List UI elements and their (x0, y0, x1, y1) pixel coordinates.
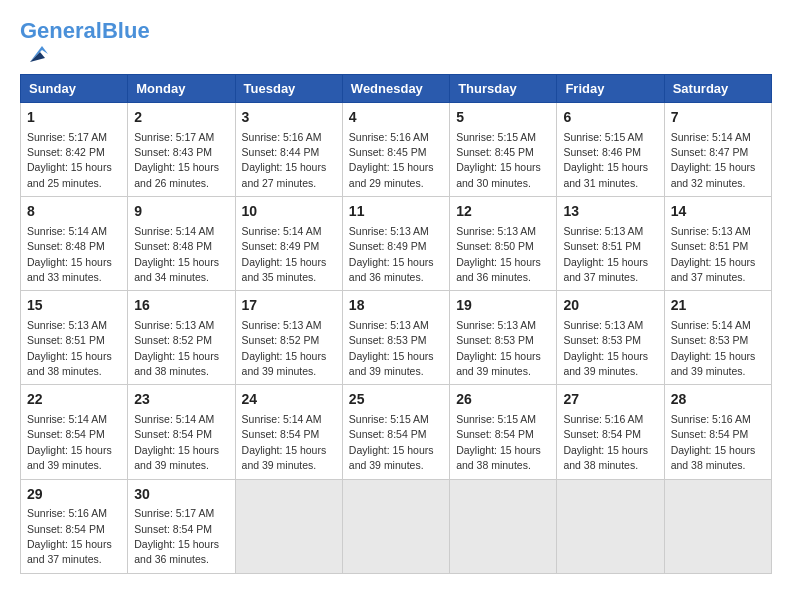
cell-info: Sunrise: 5:16 AMSunset: 8:54 PMDaylight:… (563, 413, 648, 471)
calendar-cell: 16Sunrise: 5:13 AMSunset: 8:52 PMDayligh… (128, 291, 235, 385)
cell-info: Sunrise: 5:13 AMSunset: 8:53 PMDaylight:… (563, 319, 648, 377)
calendar-cell: 6Sunrise: 5:15 AMSunset: 8:46 PMDaylight… (557, 103, 664, 197)
calendar-cell: 9Sunrise: 5:14 AMSunset: 8:48 PMDaylight… (128, 197, 235, 291)
calendar-cell: 24Sunrise: 5:14 AMSunset: 8:54 PMDayligh… (235, 385, 342, 479)
cell-info: Sunrise: 5:14 AMSunset: 8:54 PMDaylight:… (134, 413, 219, 471)
calendar-cell (557, 479, 664, 573)
day-number: 18 (349, 296, 443, 316)
cell-info: Sunrise: 5:13 AMSunset: 8:49 PMDaylight:… (349, 225, 434, 283)
weekday-header-saturday: Saturday (664, 75, 771, 103)
day-number: 29 (27, 485, 121, 505)
calendar-cell: 29Sunrise: 5:16 AMSunset: 8:54 PMDayligh… (21, 479, 128, 573)
calendar-cell: 14Sunrise: 5:13 AMSunset: 8:51 PMDayligh… (664, 197, 771, 291)
cell-info: Sunrise: 5:17 AMSunset: 8:42 PMDaylight:… (27, 131, 112, 189)
calendar-cell: 20Sunrise: 5:13 AMSunset: 8:53 PMDayligh… (557, 291, 664, 385)
calendar-week-row: 22Sunrise: 5:14 AMSunset: 8:54 PMDayligh… (21, 385, 772, 479)
weekday-header-monday: Monday (128, 75, 235, 103)
cell-info: Sunrise: 5:14 AMSunset: 8:54 PMDaylight:… (27, 413, 112, 471)
calendar-cell: 3Sunrise: 5:16 AMSunset: 8:44 PMDaylight… (235, 103, 342, 197)
day-number: 5 (456, 108, 550, 128)
logo-general: General (20, 18, 102, 43)
calendar-cell: 28Sunrise: 5:16 AMSunset: 8:54 PMDayligh… (664, 385, 771, 479)
cell-info: Sunrise: 5:13 AMSunset: 8:52 PMDaylight:… (242, 319, 327, 377)
calendar-cell: 25Sunrise: 5:15 AMSunset: 8:54 PMDayligh… (342, 385, 449, 479)
day-number: 23 (134, 390, 228, 410)
calendar-week-row: 1Sunrise: 5:17 AMSunset: 8:42 PMDaylight… (21, 103, 772, 197)
day-number: 28 (671, 390, 765, 410)
cell-info: Sunrise: 5:13 AMSunset: 8:51 PMDaylight:… (27, 319, 112, 377)
cell-info: Sunrise: 5:16 AMSunset: 8:44 PMDaylight:… (242, 131, 327, 189)
calendar-cell: 26Sunrise: 5:15 AMSunset: 8:54 PMDayligh… (450, 385, 557, 479)
cell-info: Sunrise: 5:15 AMSunset: 8:46 PMDaylight:… (563, 131, 648, 189)
day-number: 16 (134, 296, 228, 316)
calendar-cell: 21Sunrise: 5:14 AMSunset: 8:53 PMDayligh… (664, 291, 771, 385)
cell-info: Sunrise: 5:13 AMSunset: 8:51 PMDaylight:… (671, 225, 756, 283)
weekday-header-wednesday: Wednesday (342, 75, 449, 103)
cell-info: Sunrise: 5:17 AMSunset: 8:43 PMDaylight:… (134, 131, 219, 189)
calendar-cell: 23Sunrise: 5:14 AMSunset: 8:54 PMDayligh… (128, 385, 235, 479)
day-number: 1 (27, 108, 121, 128)
day-number: 8 (27, 202, 121, 222)
calendar-cell: 17Sunrise: 5:13 AMSunset: 8:52 PMDayligh… (235, 291, 342, 385)
day-number: 24 (242, 390, 336, 410)
cell-info: Sunrise: 5:14 AMSunset: 8:49 PMDaylight:… (242, 225, 327, 283)
weekday-header-thursday: Thursday (450, 75, 557, 103)
cell-info: Sunrise: 5:14 AMSunset: 8:53 PMDaylight:… (671, 319, 756, 377)
cell-info: Sunrise: 5:13 AMSunset: 8:53 PMDaylight:… (456, 319, 541, 377)
cell-info: Sunrise: 5:13 AMSunset: 8:51 PMDaylight:… (563, 225, 648, 283)
calendar-cell: 10Sunrise: 5:14 AMSunset: 8:49 PMDayligh… (235, 197, 342, 291)
cell-info: Sunrise: 5:13 AMSunset: 8:53 PMDaylight:… (349, 319, 434, 377)
calendar-cell: 30Sunrise: 5:17 AMSunset: 8:54 PMDayligh… (128, 479, 235, 573)
day-number: 30 (134, 485, 228, 505)
calendar-header-row: SundayMondayTuesdayWednesdayThursdayFrid… (21, 75, 772, 103)
day-number: 19 (456, 296, 550, 316)
calendar-cell (450, 479, 557, 573)
day-number: 13 (563, 202, 657, 222)
calendar-cell (664, 479, 771, 573)
day-number: 3 (242, 108, 336, 128)
calendar-cell: 8Sunrise: 5:14 AMSunset: 8:48 PMDaylight… (21, 197, 128, 291)
logo: GeneralBlue (20, 20, 150, 64)
day-number: 10 (242, 202, 336, 222)
cell-info: Sunrise: 5:15 AMSunset: 8:45 PMDaylight:… (456, 131, 541, 189)
calendar-week-row: 15Sunrise: 5:13 AMSunset: 8:51 PMDayligh… (21, 291, 772, 385)
calendar-cell (235, 479, 342, 573)
cell-info: Sunrise: 5:13 AMSunset: 8:50 PMDaylight:… (456, 225, 541, 283)
day-number: 26 (456, 390, 550, 410)
day-number: 15 (27, 296, 121, 316)
logo-icon (20, 44, 50, 64)
weekday-header-tuesday: Tuesday (235, 75, 342, 103)
calendar-cell: 15Sunrise: 5:13 AMSunset: 8:51 PMDayligh… (21, 291, 128, 385)
calendar-cell: 13Sunrise: 5:13 AMSunset: 8:51 PMDayligh… (557, 197, 664, 291)
cell-info: Sunrise: 5:16 AMSunset: 8:54 PMDaylight:… (671, 413, 756, 471)
calendar-table: SundayMondayTuesdayWednesdayThursdayFrid… (20, 74, 772, 574)
weekday-header-friday: Friday (557, 75, 664, 103)
day-number: 6 (563, 108, 657, 128)
calendar-week-row: 8Sunrise: 5:14 AMSunset: 8:48 PMDaylight… (21, 197, 772, 291)
cell-info: Sunrise: 5:14 AMSunset: 8:54 PMDaylight:… (242, 413, 327, 471)
calendar-body: 1Sunrise: 5:17 AMSunset: 8:42 PMDaylight… (21, 103, 772, 574)
calendar-cell: 11Sunrise: 5:13 AMSunset: 8:49 PMDayligh… (342, 197, 449, 291)
calendar-cell (342, 479, 449, 573)
calendar-cell: 7Sunrise: 5:14 AMSunset: 8:47 PMDaylight… (664, 103, 771, 197)
calendar-cell: 2Sunrise: 5:17 AMSunset: 8:43 PMDaylight… (128, 103, 235, 197)
calendar-cell: 1Sunrise: 5:17 AMSunset: 8:42 PMDaylight… (21, 103, 128, 197)
calendar-cell: 27Sunrise: 5:16 AMSunset: 8:54 PMDayligh… (557, 385, 664, 479)
cell-info: Sunrise: 5:15 AMSunset: 8:54 PMDaylight:… (349, 413, 434, 471)
calendar-cell: 5Sunrise: 5:15 AMSunset: 8:45 PMDaylight… (450, 103, 557, 197)
calendar-cell: 12Sunrise: 5:13 AMSunset: 8:50 PMDayligh… (450, 197, 557, 291)
cell-info: Sunrise: 5:13 AMSunset: 8:52 PMDaylight:… (134, 319, 219, 377)
day-number: 27 (563, 390, 657, 410)
cell-info: Sunrise: 5:14 AMSunset: 8:48 PMDaylight:… (134, 225, 219, 283)
calendar-cell: 4Sunrise: 5:16 AMSunset: 8:45 PMDaylight… (342, 103, 449, 197)
cell-info: Sunrise: 5:14 AMSunset: 8:48 PMDaylight:… (27, 225, 112, 283)
cell-info: Sunrise: 5:15 AMSunset: 8:54 PMDaylight:… (456, 413, 541, 471)
page-header: GeneralBlue (20, 20, 772, 64)
day-number: 25 (349, 390, 443, 410)
cell-info: Sunrise: 5:16 AMSunset: 8:45 PMDaylight:… (349, 131, 434, 189)
weekday-header-sunday: Sunday (21, 75, 128, 103)
day-number: 2 (134, 108, 228, 128)
day-number: 12 (456, 202, 550, 222)
day-number: 20 (563, 296, 657, 316)
cell-info: Sunrise: 5:16 AMSunset: 8:54 PMDaylight:… (27, 507, 112, 565)
